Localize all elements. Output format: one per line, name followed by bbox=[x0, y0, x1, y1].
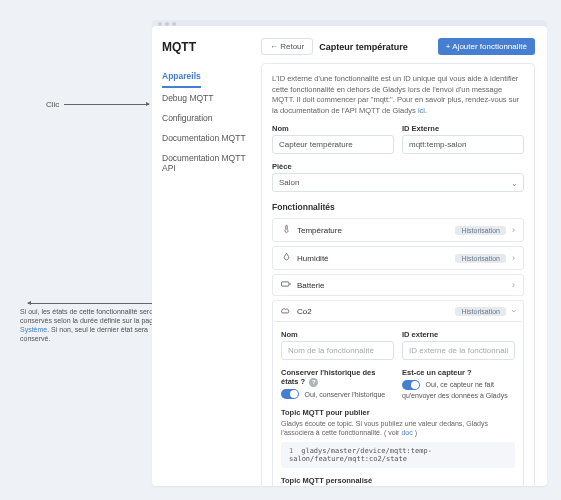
is-sensor-label: Est-ce un capteur ? bbox=[402, 368, 515, 377]
feature-box-co2: Co2 Historisation › Nom ID externe bbox=[272, 300, 524, 486]
name-label: Nom bbox=[272, 124, 394, 133]
feature-name: Température bbox=[297, 226, 449, 235]
code-line-number: 1 bbox=[289, 447, 293, 455]
sidebar-item-debug[interactable]: Debug MQTT bbox=[162, 88, 247, 108]
feature-name: Batterie bbox=[297, 281, 506, 290]
device-card: L'ID externe d'une fonctionnalité est un… bbox=[261, 63, 535, 486]
cloud-icon bbox=[281, 306, 291, 316]
sidebar-item-doc-mqtt[interactable]: Documentation MQTT bbox=[162, 128, 247, 148]
battery-icon bbox=[281, 280, 291, 290]
feature-row-battery[interactable]: Batterie › bbox=[272, 274, 524, 296]
feature-name-input[interactable] bbox=[281, 341, 394, 360]
history-badge: Historisation bbox=[455, 307, 506, 316]
room-select[interactable] bbox=[272, 173, 524, 192]
feature-row-humidity[interactable]: Humidité Historisation › bbox=[272, 246, 524, 270]
main-panel: ← Retour Capteur température + Ajouter f… bbox=[257, 26, 547, 486]
feature-row-temperature[interactable]: Température Historisation › bbox=[272, 218, 524, 242]
external-id-label: ID Externe bbox=[402, 124, 524, 133]
sidebar: MQTT Appareils Debug MQTT Configuration … bbox=[152, 26, 257, 486]
topic-code-block: 1gladys/master/device/mqtt:temp-salon/fe… bbox=[281, 442, 515, 468]
topbar: ← Retour Capteur température + Ajouter f… bbox=[261, 38, 535, 55]
add-feature-button[interactable]: + Ajouter fonctionnalité bbox=[438, 38, 535, 55]
topic-code-text: gladys/master/device/mqtt:temp-salon/fea… bbox=[289, 447, 432, 463]
page-title: Capteur température bbox=[319, 42, 432, 52]
feature-name: Co2 bbox=[297, 307, 449, 316]
sidebar-title: MQTT bbox=[162, 40, 247, 54]
feature-panel-co2: Nom ID externe Conserver l'h bbox=[273, 322, 523, 486]
topic-publish-desc: Gladys écoute ce topic. Si vous publiez … bbox=[281, 419, 515, 439]
sidebar-item-configuration[interactable]: Configuration bbox=[162, 108, 247, 128]
annotation-tooltip-text: Si oui, les états de cette fonctionnalit… bbox=[20, 307, 170, 343]
room-label: Pièce bbox=[272, 162, 524, 171]
sidebar-item-doc-mqtt-api[interactable]: Documentation MQTT API bbox=[162, 148, 247, 178]
device-name-input[interactable] bbox=[272, 135, 394, 154]
topic-publish-heading: Topic MQTT pour publier bbox=[281, 408, 515, 417]
features-heading: Fonctionnalités bbox=[272, 202, 524, 212]
annotation-system-link[interactable]: Système bbox=[20, 326, 47, 333]
chevron-down-icon: › bbox=[509, 310, 519, 313]
topic-doc-link[interactable]: doc bbox=[401, 429, 412, 436]
feature-name-label: Nom bbox=[281, 330, 394, 339]
is-sensor-toggle[interactable] bbox=[402, 380, 420, 390]
chevron-down-icon: ⌄ bbox=[511, 179, 518, 188]
droplet-icon bbox=[281, 252, 291, 264]
chevron-right-icon: › bbox=[512, 225, 515, 235]
feature-external-id-input[interactable] bbox=[402, 341, 515, 360]
feature-row-co2[interactable]: Co2 Historisation › bbox=[273, 301, 523, 322]
keep-history-toggle[interactable] bbox=[281, 389, 299, 399]
annotation-clic-arrow bbox=[64, 104, 149, 105]
keep-history-toggle-label: Oui, conserver l'historique bbox=[305, 391, 386, 398]
keep-history-label: Conserver l'historique des états ? ? bbox=[281, 368, 394, 387]
back-button[interactable]: ← Retour bbox=[261, 38, 313, 55]
annotation-clic-label: Clic bbox=[46, 100, 59, 109]
help-icon[interactable]: ? bbox=[309, 378, 318, 387]
chevron-right-icon: › bbox=[512, 280, 515, 290]
feature-external-id-label: ID externe bbox=[402, 330, 515, 339]
feature-name: Humidité bbox=[297, 254, 449, 263]
history-badge: Historisation bbox=[455, 226, 506, 235]
doc-link[interactable]: ici bbox=[418, 106, 425, 115]
chevron-right-icon: › bbox=[512, 253, 515, 263]
thermometer-icon bbox=[281, 224, 291, 236]
custom-topic-heading: Topic MQTT personnalisé bbox=[281, 476, 515, 485]
sidebar-item-appareils[interactable]: Appareils bbox=[162, 66, 201, 88]
device-external-id-input[interactable] bbox=[402, 135, 524, 154]
history-badge: Historisation bbox=[455, 254, 506, 263]
app-window: MQTT Appareils Debug MQTT Configuration … bbox=[152, 26, 547, 486]
external-id-description: L'ID externe d'une fonctionnalité est un… bbox=[272, 74, 524, 116]
svg-rect-0 bbox=[281, 282, 289, 286]
